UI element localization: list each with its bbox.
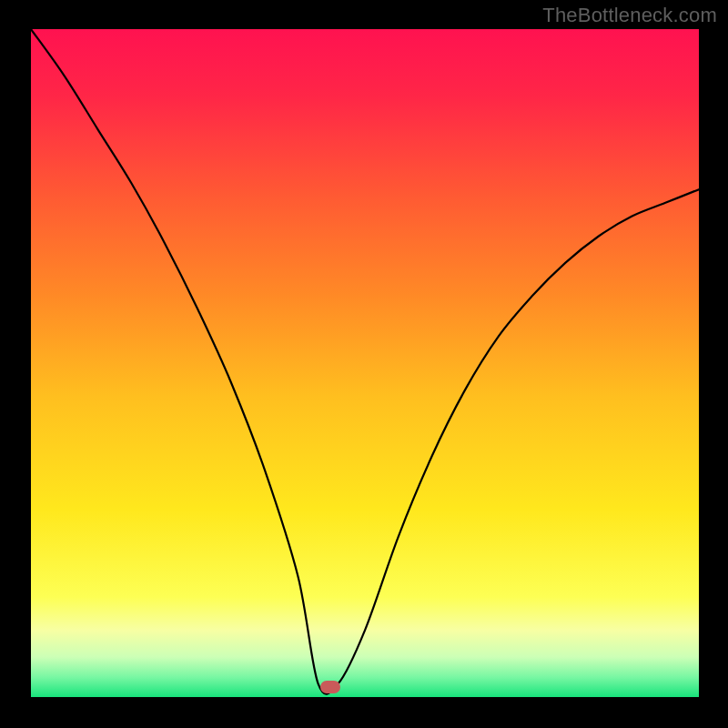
plot-area bbox=[31, 29, 699, 697]
optimal-point-marker bbox=[320, 681, 340, 693]
bottleneck-curve bbox=[31, 29, 699, 697]
watermark-text: TheBottleneck.com bbox=[542, 4, 717, 27]
chart-frame: TheBottleneck.com bbox=[0, 0, 728, 728]
